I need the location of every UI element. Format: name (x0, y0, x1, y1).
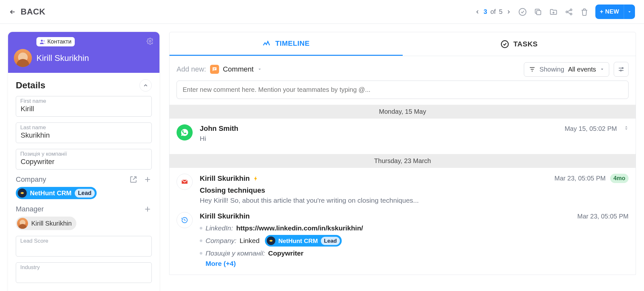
expand-toggle[interactable] (624, 125, 629, 133)
company-label: Company (16, 175, 46, 184)
item-author: John Smith (200, 124, 238, 133)
change-key: LinkedIn: (206, 224, 233, 232)
manager-avatar (17, 218, 28, 229)
svg-point-8 (620, 70, 621, 71)
new-dropdown[interactable] (624, 5, 635, 19)
manager-chip[interactable]: Kirill Skurikhin (16, 217, 76, 230)
change-value-prefix: Linked (240, 237, 260, 245)
company-name: NetHunt CRM (278, 237, 318, 244)
timeline-item-email: Kirill Skurikhin Mar 23, 05:05 PM 4mo Cl… (169, 168, 636, 210)
svg-point-0 (519, 8, 526, 15)
item-time: Mar 23, 05:05 PM (577, 213, 629, 220)
change-key: Позиція у компанії: (206, 249, 265, 257)
lead-score-input[interactable] (16, 236, 152, 257)
day-separator: Monday, 15 May (169, 105, 636, 119)
chat-icon (212, 66, 217, 72)
new-button[interactable]: + NEW (595, 5, 624, 19)
copy-button[interactable] (533, 7, 543, 16)
collapse-details[interactable] (139, 79, 152, 92)
company-stage: Lead (75, 189, 95, 198)
sidebar-header: Контакти Kirill Skurikhin (8, 32, 159, 73)
company-name: NetHunt CRM (30, 189, 72, 197)
delete-button[interactable] (580, 7, 589, 16)
item-author: Kirill Skurikhin (200, 174, 250, 183)
timeline-toolbar: Add new: Comment Showing All events (169, 56, 636, 81)
svg-point-7 (622, 68, 623, 69)
last-name-input[interactable] (16, 122, 152, 143)
record-settings[interactable] (147, 38, 154, 46)
company-logo-icon (267, 237, 275, 245)
share-button[interactable] (564, 7, 573, 16)
company-logo-icon (18, 189, 27, 198)
pager-total: 5 (499, 8, 503, 15)
open-link-icon[interactable] (129, 175, 138, 184)
add-manager-icon[interactable] (143, 205, 152, 213)
item-time: Mar 23, 05:05 PM (554, 175, 606, 182)
change-more[interactable]: More (+4) (200, 258, 629, 269)
comment-type-caret[interactable] (257, 65, 262, 73)
comment-type-label[interactable]: Comment (223, 65, 254, 73)
manager-name: Kirill Skurikhin (31, 220, 72, 227)
filter-icon (529, 66, 536, 73)
tasks-icon (501, 40, 509, 48)
last-name-field: Last name (16, 122, 152, 143)
chevron-left-icon[interactable] (475, 9, 480, 15)
industry-input[interactable] (16, 262, 152, 283)
comment-input[interactable] (177, 81, 629, 99)
change-key: Company: (206, 237, 236, 245)
item-time: May 15, 05:02 PM (565, 125, 617, 132)
first-name-input[interactable] (16, 96, 152, 117)
mark-done-button[interactable] (518, 7, 527, 16)
svg-rect-1 (537, 10, 541, 15)
first-name-field: First name (16, 96, 152, 117)
change-row: Company: Linked NetHunt CRM Lead (200, 233, 629, 248)
comment-input-wrap (177, 81, 629, 99)
record-sidebar: Контакти Kirill Skurikhin Details First … (8, 32, 159, 291)
company-chip-inline[interactable]: NetHunt CRM Lead (265, 235, 341, 247)
timeline-item-whatsapp: John Smith May 15, 05:02 PM Hi (169, 119, 636, 148)
pager-current: 3 (484, 8, 487, 15)
details-title: Details (16, 80, 45, 91)
topbar-actions: 3 of 5 + NEW (475, 5, 635, 19)
caret-down-icon (257, 67, 262, 72)
pager-of: of (490, 8, 496, 15)
manager-label: Manager (16, 205, 44, 213)
tab-tasks[interactable]: TASKS (403, 32, 636, 56)
add-company-icon[interactable] (143, 175, 152, 184)
change-value[interactable]: https://www.linkedin.com/in/kskurikhin/ (236, 224, 363, 232)
svg-point-5 (149, 40, 151, 42)
tab-timeline[interactable]: TIMELINE (169, 32, 403, 56)
caret-down-icon (600, 67, 604, 72)
timeline-item-history: Kirill Skurikhin Mar 23, 05:05 PM Linked… (169, 210, 636, 275)
change-row: Позиція у компанії: Copywriter (200, 248, 629, 258)
folder-move-icon (549, 8, 558, 16)
timeline-settings[interactable] (614, 62, 629, 77)
position-input[interactable] (16, 149, 152, 170)
change-value: Copywriter (268, 249, 303, 257)
timeline-icon (262, 39, 271, 48)
move-folder-button[interactable] (549, 7, 558, 16)
chevron-up-icon (143, 82, 149, 88)
back-button[interactable]: BACK (9, 7, 45, 17)
content-tabs: TIMELINE TASKS (169, 32, 636, 56)
record-pager: 3 of 5 (475, 8, 512, 15)
arrow-left-icon (9, 8, 16, 15)
sliders-icon (618, 66, 625, 73)
lead-score-field: Lead Score (16, 236, 152, 257)
comment-type-icon[interactable] (210, 65, 219, 74)
day-separator: Thursday, 23 March (169, 154, 636, 168)
new-button-group: + NEW (595, 5, 635, 19)
events-filter[interactable]: Showing All events (524, 62, 609, 77)
item-text: Hi (200, 135, 629, 142)
age-badge: 4mo (610, 174, 629, 183)
share-icon (565, 8, 573, 16)
filter-value: All events (568, 66, 596, 73)
history-icon (177, 212, 193, 228)
company-chip[interactable]: NetHunt CRM Lead (16, 187, 97, 199)
chevron-right-icon[interactable] (506, 9, 512, 15)
more-link[interactable]: More (+4) (206, 260, 236, 267)
folder-chip[interactable]: Контакти (36, 37, 75, 46)
email-preview: Hey Kirill! So, about this article that … (200, 197, 629, 204)
record-content: TIMELINE TASKS Add new: Comment Showing … (169, 32, 636, 275)
folder-name: Контакти (47, 38, 72, 45)
